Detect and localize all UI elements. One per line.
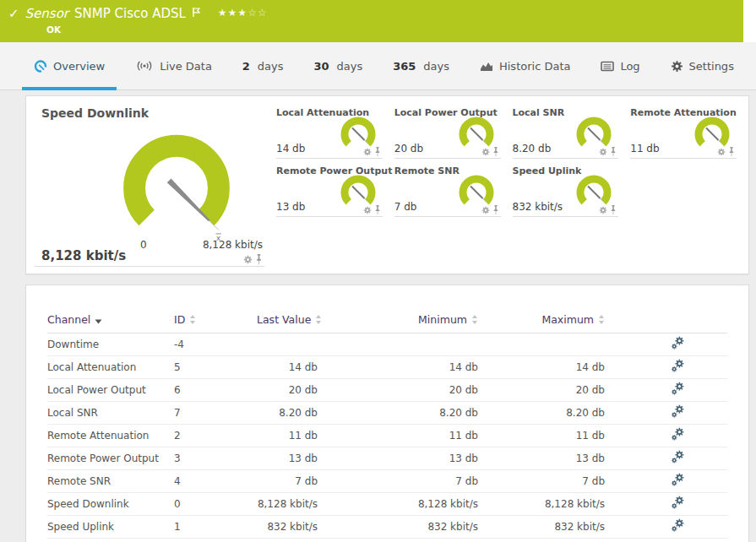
tab-label: Live Data xyxy=(160,60,212,73)
channel-settings-gear-icon[interactable] xyxy=(363,206,372,214)
cell-last-value: 8,128 kbit/s xyxy=(257,492,318,515)
table-row-local-attenuation: Local Attenuation 5 14 db 14 db 14 db xyxy=(47,355,727,378)
cell-channel[interactable]: Remote Attenuation xyxy=(47,424,174,447)
pin-gauge-icon[interactable] xyxy=(492,147,499,156)
cell-last-value xyxy=(257,333,318,355)
mini-gauge-value: 832 kbit/s xyxy=(513,201,563,213)
cell-maximum: 8.20 db xyxy=(478,401,605,424)
gear-icon xyxy=(671,60,683,73)
edit-channel-icon[interactable] xyxy=(671,496,685,510)
mini-gauge-remote-power-output: Remote Power Output 13 db xyxy=(276,165,383,217)
table-row-remote-attenuation: Remote Attenuation 2 11 db 11 db 11 db xyxy=(47,424,727,447)
channel-settings-gear-icon[interactable] xyxy=(363,148,372,156)
tab-2-days[interactable]: 2 days xyxy=(231,42,296,89)
tab-settings[interactable]: Settings xyxy=(659,42,746,89)
cell-maximum: 11 db xyxy=(478,424,605,447)
tab-bar: Overview Live Data 2 days 30 days 365 da… xyxy=(0,42,756,90)
sort-both-icon xyxy=(189,314,196,327)
tab-label: Overview xyxy=(53,60,105,73)
cell-minimum: 13 db xyxy=(318,447,478,469)
edit-channel-icon[interactable] xyxy=(671,359,685,373)
edit-channel-icon[interactable] xyxy=(671,382,685,396)
channel-settings-gear-icon[interactable] xyxy=(481,206,490,214)
sort-both-icon xyxy=(471,314,478,327)
mini-gauge-remote-attenuation: Remote Attenuation 11 db xyxy=(630,106,737,159)
flag-icon[interactable] xyxy=(193,4,200,20)
pin-gauge-icon[interactable] xyxy=(728,147,735,156)
mini-gauge-value: 7 db xyxy=(394,201,417,213)
mini-gauge-dial xyxy=(689,111,735,152)
tab-log[interactable]: Log xyxy=(589,42,651,89)
pin-gauge-icon[interactable] xyxy=(610,147,617,156)
sensor-title: SNMP Cisco ADSL xyxy=(74,6,186,21)
cell-channel[interactable]: Local SNR xyxy=(47,401,174,424)
tab-label: Log xyxy=(620,60,639,73)
mini-gauge-dial xyxy=(571,170,617,210)
pin-gauge-icon[interactable] xyxy=(492,205,499,214)
tab-label: days xyxy=(337,60,363,73)
mini-gauge-dial xyxy=(454,170,499,210)
column-label: Last Value xyxy=(257,313,311,326)
priority-stars[interactable]: ★★★☆☆ xyxy=(218,6,268,19)
tab-live-data[interactable]: Live Data xyxy=(123,42,224,89)
tab-historic-data[interactable]: Historic Data xyxy=(468,42,583,89)
mini-gauge-value: 20 db xyxy=(394,143,423,154)
cell-channel[interactable]: Speed Downlink xyxy=(47,492,174,515)
cell-minimum xyxy=(318,333,478,355)
tab-label: days xyxy=(258,60,284,73)
channel-settings-gear-icon[interactable] xyxy=(717,148,726,156)
tab-365-days[interactable]: 365 days xyxy=(381,42,461,89)
pin-gauge-icon[interactable] xyxy=(255,254,263,264)
channel-settings-gear-icon[interactable] xyxy=(243,255,253,264)
cell-id: 3 xyxy=(174,447,257,469)
edit-channel-icon[interactable] xyxy=(671,336,685,350)
cell-last-value: 11 db xyxy=(257,424,318,447)
stars-filled: ★★★ xyxy=(218,7,247,19)
cell-channel[interactable]: Speed Uplink xyxy=(47,515,174,538)
tab-overview[interactable]: Overview xyxy=(22,42,117,89)
pin-gauge-icon[interactable] xyxy=(374,147,381,156)
pin-gauge-icon[interactable] xyxy=(610,205,617,214)
table-row-local-snr: Local SNR 7 8.20 db 8.20 db 8.20 db xyxy=(47,401,727,424)
channel-settings-gear-icon[interactable] xyxy=(599,206,607,214)
sort-both-icon xyxy=(315,314,322,327)
cell-last-value: 20 db xyxy=(257,378,318,401)
cell-channel[interactable]: Local Power Output xyxy=(47,378,174,401)
tab-label: days xyxy=(423,60,449,73)
column-header-minimum[interactable]: Minimum xyxy=(318,307,478,333)
mini-gauge-dial xyxy=(335,170,381,210)
column-header-channel[interactable]: Channel xyxy=(47,307,174,333)
cell-channel[interactable]: Downtime xyxy=(47,333,174,355)
table-row-remote-snr: Remote SNR 4 7 db 7 db 7 db xyxy=(47,469,727,492)
cell-minimum: 8,128 kbit/s xyxy=(318,492,478,515)
table-row-downtime: Downtime -4 xyxy=(47,333,727,355)
cell-channel[interactable]: Remote SNR xyxy=(47,469,174,492)
status-badge: OK xyxy=(46,24,743,35)
cell-id: 1 xyxy=(174,515,257,538)
edit-channel-icon[interactable] xyxy=(671,404,685,419)
page-content: Speed Downlink x 0 8,128 kbit/s 8,128 kb… xyxy=(0,90,756,542)
edit-channel-icon[interactable] xyxy=(671,427,685,442)
cell-last-value: 8.20 db xyxy=(257,401,318,424)
edit-channel-icon[interactable] xyxy=(671,473,685,487)
mini-gauge-remote-snr: Remote SNR 7 db xyxy=(394,165,501,217)
cell-id: 2 xyxy=(174,424,257,447)
channels-table: Channel ID Last Value Minimum Maximum xyxy=(47,307,727,539)
cell-last-value: 832 kbit/s xyxy=(257,515,318,538)
channel-settings-gear-icon[interactable] xyxy=(481,148,490,156)
column-header-maximum[interactable]: Maximum xyxy=(478,307,605,333)
cell-channel[interactable]: Remote Power Output xyxy=(47,447,174,469)
column-header-id[interactable]: ID xyxy=(174,307,257,333)
pin-gauge-icon[interactable] xyxy=(374,205,381,214)
channel-settings-gear-icon[interactable] xyxy=(599,148,607,156)
gauges-panel: Speed Downlink x 0 8,128 kbit/s 8,128 kb… xyxy=(25,95,749,274)
column-header-last-value[interactable]: Last Value xyxy=(257,307,318,333)
edit-channel-icon[interactable] xyxy=(671,450,685,464)
cell-id: 7 xyxy=(174,401,257,424)
cell-channel[interactable]: Local Attenuation xyxy=(47,355,174,378)
table-row-speed-uplink: Speed Uplink 1 832 kbit/s 832 kbit/s 832… xyxy=(47,515,727,538)
speed-downlink-gauge: x xyxy=(75,117,278,247)
tab-30-days[interactable]: 30 days xyxy=(302,42,374,89)
edit-channel-icon[interactable] xyxy=(671,518,685,533)
area-chart-icon xyxy=(480,60,493,72)
